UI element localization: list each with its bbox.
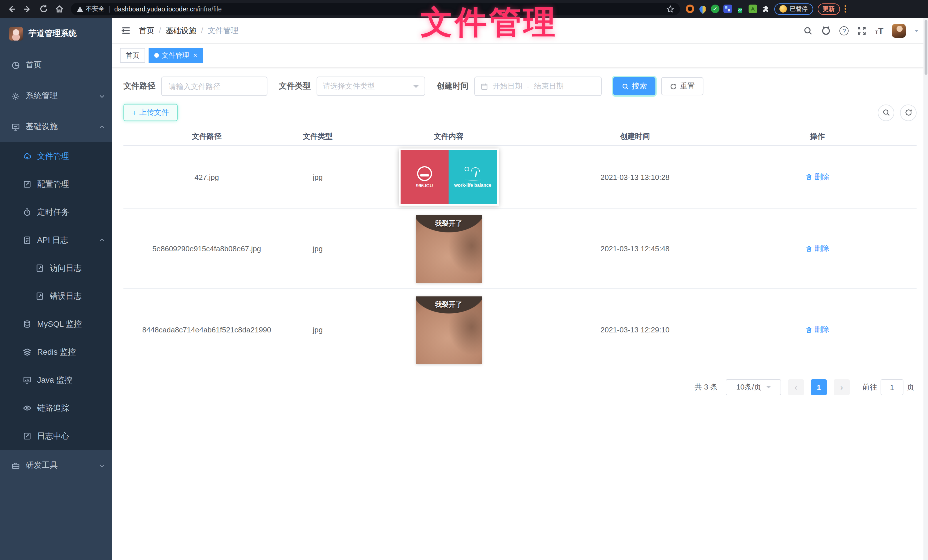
extension-orange-icon[interactable]: [686, 5, 694, 13]
banner-left: 996.ICU: [400, 150, 449, 204]
chevron-down-icon: [99, 462, 105, 469]
file-path-label: 文件路径: [124, 81, 156, 91]
infra-submenu: 文件管理 配置管理 定时任务 API 日志: [0, 142, 112, 450]
app-logo: [9, 27, 23, 41]
search-icon[interactable]: [804, 26, 813, 35]
profile-avatar: [780, 5, 787, 12]
url-text: dashboard.yudao.iocoder.cn/infra/file: [114, 5, 222, 12]
extension-pin-icon[interactable]: [698, 5, 707, 13]
col-created: 创建时间: [552, 131, 718, 142]
profile-paused-chip[interactable]: 已暂停: [774, 3, 813, 15]
sidebar-item-error-log[interactable]: 错误日志: [0, 282, 112, 310]
user-avatar[interactable]: [892, 24, 906, 37]
show-search-button[interactable]: [878, 104, 894, 121]
sidebar-item-dev-tools[interactable]: 研发工具: [0, 450, 112, 481]
extensions-area: ✓ on: [686, 5, 770, 13]
security-warning[interactable]: 不安全: [76, 5, 105, 13]
file-preview-image[interactable]: 996.ICU work-life balance: [398, 149, 499, 205]
sidebar-item-access-log[interactable]: 访问日志: [0, 254, 112, 282]
sidebar-item-log-center[interactable]: 日志中心: [0, 422, 112, 450]
font-size-icon[interactable]: TT: [875, 26, 884, 35]
sidebar-item-tracing[interactable]: 链路追踪: [0, 394, 112, 422]
sidebar-item-java-monitor[interactable]: Java 监控: [0, 366, 112, 394]
page-1-button[interactable]: 1: [811, 379, 827, 395]
divider: [109, 5, 110, 12]
banner-right: work-life balance: [449, 150, 497, 204]
sidebar-item-api-log[interactable]: API 日志: [0, 226, 112, 254]
chrome-menu-icon[interactable]: [844, 5, 846, 12]
reset-button[interactable]: 重置: [661, 77, 704, 95]
delete-button[interactable]: 删除: [806, 325, 829, 335]
delete-button[interactable]: 删除: [806, 243, 829, 254]
reload-icon[interactable]: [35, 2, 52, 16]
avatar-caret-icon[interactable]: [914, 29, 919, 34]
cloud-upload-icon: [23, 152, 31, 160]
col-file-content: 文件内容: [345, 131, 552, 142]
tag-file-management[interactable]: 文件管理 ×: [148, 48, 203, 63]
forward-icon[interactable]: [20, 2, 35, 16]
gear-icon: [11, 92, 20, 100]
app-window: 芋道管理系统 首页 系统管理 基础设施: [0, 18, 928, 560]
sidebar-item-infra[interactable]: 基础设施: [0, 111, 112, 142]
next-page-button[interactable]: ›: [834, 379, 850, 395]
upload-file-button[interactable]: + 上传文件: [124, 104, 177, 121]
refresh-icon: [904, 108, 912, 117]
file-preview-image[interactable]: 我裂开了: [416, 215, 481, 282]
file-path-cell: 8448cada8c714e4ab61f521c8da21990: [124, 326, 290, 334]
sidebar-item-redis-monitor[interactable]: Redis 监控: [0, 338, 112, 366]
tag-home[interactable]: 首页: [120, 48, 145, 63]
back-icon[interactable]: [3, 2, 20, 16]
window-scrollbar[interactable]: [923, 18, 928, 560]
help-icon[interactable]: ?: [840, 26, 849, 35]
extension-check-icon[interactable]: ✓: [711, 5, 719, 13]
refresh-table-button[interactable]: [900, 104, 917, 121]
file-type-select[interactable]: 请选择文件类型: [317, 76, 425, 96]
close-icon[interactable]: ×: [193, 52, 197, 59]
table-row: 8448cada8c714e4ab61f521c8da21990 jpg 我裂开…: [124, 289, 917, 371]
sidebar-item-system[interactable]: 系统管理: [0, 81, 112, 111]
sidebar-item-file-management[interactable]: 文件管理: [0, 142, 112, 170]
extension-leaf-icon[interactable]: [749, 5, 757, 13]
breadcrumb-infra[interactable]: 基础设施: [166, 26, 197, 36]
created-cell: 2021-03-13 12:29:10: [552, 326, 718, 334]
goto-page: 前往 页: [862, 379, 914, 395]
prev-page-button[interactable]: ‹: [788, 379, 804, 395]
beach-umbrella-icon: [464, 166, 481, 180]
pagination: 共 3 条 10条/页 ‹ 1 › 前往 页: [124, 379, 917, 395]
extension-switch-on-icon[interactable]: on: [736, 5, 745, 13]
github-icon[interactable]: [821, 26, 831, 35]
delete-button[interactable]: 删除: [806, 172, 829, 182]
sidebar-item-config[interactable]: 配置管理: [0, 170, 112, 198]
sidebar-item-home[interactable]: 首页: [0, 50, 112, 81]
address-bar[interactable]: 不安全 dashboard.yudao.iocoder.cn/infra/fil…: [71, 3, 680, 15]
breadcrumb-home[interactable]: 首页: [139, 26, 154, 36]
page-size-select[interactable]: 10条/页: [726, 379, 781, 395]
scrollbar-thumb[interactable]: [924, 20, 927, 75]
sidebar-menu: 首页 系统管理 基础设施 文件管理: [0, 50, 112, 481]
table-tools: [878, 104, 917, 121]
chart-icon: [23, 376, 31, 384]
table-row: 5e8609290e915c4fa8b08e67.jpg jpg 我裂开了 20…: [124, 209, 917, 289]
search-button[interactable]: 搜索: [613, 77, 655, 95]
bookmark-star-icon[interactable]: [666, 5, 674, 13]
extensions-puzzle-icon[interactable]: [761, 5, 770, 13]
edit-icon: [23, 432, 31, 440]
app-logo-row[interactable]: 芋道管理系统: [0, 18, 112, 50]
extension-grid-icon[interactable]: [723, 5, 732, 13]
goto-page-input[interactable]: [881, 379, 904, 395]
log-icon: [23, 236, 31, 245]
fullscreen-icon[interactable]: [858, 26, 867, 35]
file-preview-image[interactable]: 我裂开了: [416, 296, 481, 364]
calendar-icon: [481, 82, 488, 90]
date-range-picker[interactable]: 开始日期 - 结束日期: [474, 76, 602, 96]
hamburger-icon[interactable]: [121, 26, 131, 35]
sidebar-item-scheduled-jobs[interactable]: 定时任务: [0, 198, 112, 226]
sidebar-item-mysql-monitor[interactable]: MySQL 监控: [0, 310, 112, 338]
layers-icon: [23, 348, 31, 356]
total-count: 共 3 条: [694, 382, 718, 393]
file-path-input[interactable]: [161, 76, 267, 96]
file-type-cell: jpg: [290, 173, 345, 181]
home-icon[interactable]: [52, 2, 67, 16]
create-time-label: 创建时间: [437, 81, 469, 91]
update-button[interactable]: 更新: [817, 3, 840, 15]
